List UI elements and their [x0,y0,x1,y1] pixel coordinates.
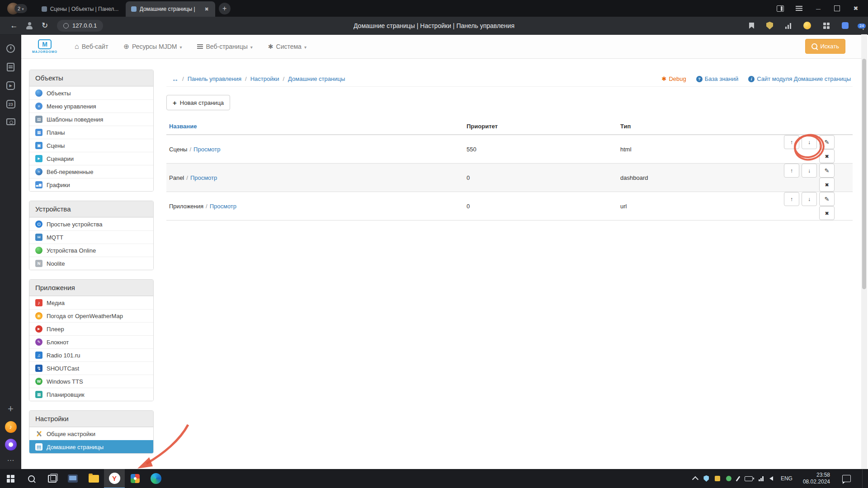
start-button[interactable] [0,469,21,488]
file-explorer-button[interactable] [83,469,104,488]
new-page-button[interactable]: Новая страница [166,95,230,110]
sidebar-item-radio101[interactable]: Radio 101.ru [29,348,153,361]
browser-scrollbar[interactable] [861,34,867,469]
breadcrumb-control-panel[interactable]: Панель управления [188,75,241,82]
sidebar-item-behavior-templates[interactable]: Шаблоны поведения [29,113,153,126]
pinned-app-color-button[interactable] [125,469,146,488]
move-up-button[interactable] [784,192,799,206]
sidebar-item-general-settings[interactable]: Общие настройки [29,427,153,440]
bookmark-icon[interactable] [749,23,754,29]
view-link[interactable]: Просмотр [210,203,236,210]
move-down-button[interactable] [802,192,817,206]
profile-icon[interactable] [26,22,33,29]
edge-button[interactable] [146,469,166,488]
move-down-button[interactable] [802,135,817,149]
scrollbar-thumb[interactable] [862,59,866,289]
sidebar-item-scheduler[interactable]: Планировщик [29,388,153,401]
window-minimize-button[interactable] [814,5,822,12]
collections-icon[interactable] [823,23,830,29]
sidebar-item-scenes[interactable]: Сцены [29,139,153,152]
move-up-button[interactable] [784,135,799,149]
nav-webpages[interactable]: Веб-страницы [197,43,252,50]
window-maximize-button[interactable] [834,5,840,11]
sidebar-item-player[interactable]: Плеер [29,322,153,335]
language-indicator[interactable]: ENG [781,475,793,482]
nav-system[interactable]: Система [268,43,307,50]
sidebar-item-noolite[interactable]: Noolite [29,257,153,270]
sidebar-item-simple-devices[interactable]: Простые устройства [29,217,153,230]
date-badge[interactable]: 23 [6,100,15,108]
view-link[interactable]: Просмотр [190,174,217,181]
history-icon[interactable] [6,44,15,53]
reload-button[interactable] [37,21,52,30]
tray-pen-icon[interactable] [736,476,741,481]
yandex-music-icon[interactable] [5,421,17,433]
new-tab-button[interactable] [219,3,231,14]
sidebar-item-charts[interactable]: Графики [29,178,153,191]
tray-status-icon[interactable] [726,476,731,481]
delete-button[interactable] [819,178,835,192]
delete-button[interactable] [819,149,835,163]
sidebar-item-openweathermap[interactable]: Погода от OpenWeatherMap [29,309,153,322]
show-desktop-strip[interactable] [862,469,864,488]
nav-website[interactable]: Веб-сайт [75,42,108,51]
notification-center-icon[interactable] [842,475,851,482]
breadcrumb-settings[interactable]: Настройки [250,75,279,82]
side-panel-icon[interactable] [777,5,784,12]
debug-link[interactable]: Debug [662,75,686,82]
battery-icon[interactable] [745,476,753,481]
volume-icon[interactable] [769,476,773,481]
video-icon[interactable] [6,81,15,90]
feed-icon[interactable] [7,63,14,71]
site-info-icon[interactable] [63,23,69,28]
sidebar-item-devices-online[interactable]: Устройства Online [29,244,153,257]
profile-badge[interactable]: 2 [14,4,27,13]
yandex-browser-button[interactable] [104,469,125,488]
rewards-icon[interactable] [803,22,811,29]
tray-app-icon[interactable] [715,476,720,481]
back-button[interactable] [6,21,22,30]
address-bar[interactable]: 127.0.0.1 [57,20,103,32]
move-up-button[interactable] [784,164,799,178]
module-site-link[interactable]: Сайт модуля Домашние страницы [748,75,851,82]
task-view-button[interactable] [42,469,62,488]
view-link[interactable]: Просмотр [193,146,220,153]
add-panel-icon[interactable] [8,403,14,415]
tab-close-icon[interactable] [203,5,209,13]
knowledge-base-link[interactable]: База знаний [696,75,739,82]
taskbar-search-button[interactable] [21,469,42,488]
nav-resources[interactable]: Ресурсы MJDM [123,42,182,51]
tray-shield-icon[interactable] [703,475,709,482]
edit-button[interactable] [819,192,835,206]
sidebar-item-scenarios[interactable]: Сценарии [29,152,153,165]
sidebar-item-plans[interactable]: Планы [29,126,153,139]
delete-button[interactable] [819,206,835,220]
breadcrumb-home-pages[interactable]: Домашние страницы [288,75,345,82]
edit-button[interactable] [819,164,835,178]
majordomo-logo[interactable]: M MAJORDOMO [30,39,59,53]
browser-tab-scenes[interactable]: Сцены | Объекты | Панел... [36,1,126,17]
arrows-icon[interactable] [172,75,179,83]
more-icon[interactable] [7,456,14,465]
sidebar-item-media[interactable]: Медиа [29,296,153,309]
browser-tab-homepages[interactable]: Домашние страницы | [126,1,215,17]
sidebar-item-windows-tts[interactable]: Windows TTS [29,375,153,388]
alice-icon[interactable] [5,439,17,450]
sidebar-item-web-variables[interactable]: Веб-переменные [29,165,153,178]
sidebar-item-control-menu[interactable]: Меню управления [29,99,153,113]
move-down-button[interactable] [802,164,817,178]
search-button[interactable]: Искать [805,39,846,54]
stats-icon[interactable] [785,23,791,29]
sidebar-item-home-pages[interactable]: Домашние страницы [29,440,153,453]
extension-icon[interactable] [842,22,849,29]
taskbar-clock[interactable]: 23:58 08.02.2024 [803,472,830,485]
pinned-app-button[interactable] [62,469,83,488]
sidebar-item-shoutcast[interactable]: SHOUTCast [29,361,153,375]
edit-button[interactable] [819,135,835,149]
sidebar-item-objects[interactable]: Объекты [29,86,153,99]
sidebar-item-notepad[interactable]: Блокнот [29,335,153,348]
window-close-button[interactable] [852,5,860,12]
network-icon[interactable] [759,476,764,481]
camera-icon[interactable] [6,118,15,125]
protect-shield-icon[interactable] [766,22,773,29]
